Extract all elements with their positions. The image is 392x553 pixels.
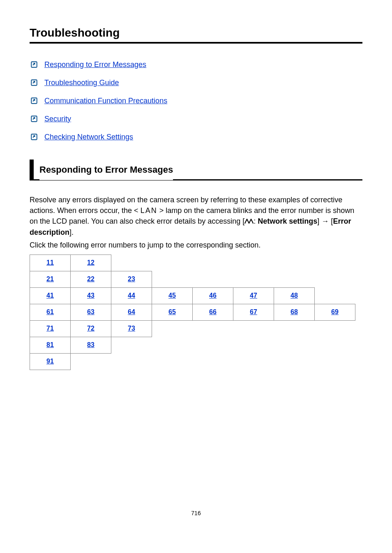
table-row: 41434445464748 bbox=[30, 287, 355, 304]
external-link-icon bbox=[30, 78, 39, 87]
toc-item: Communication Function Precautions bbox=[30, 96, 362, 105]
toc-item: Checking Network Settings bbox=[30, 132, 362, 141]
error-cell bbox=[193, 271, 233, 287]
error-cell: 66 bbox=[193, 304, 233, 320]
network-menu-icon bbox=[244, 216, 254, 227]
error-cell bbox=[152, 255, 193, 271]
error-cell bbox=[274, 255, 315, 271]
error-link[interactable]: 11 bbox=[46, 259, 54, 266]
error-link[interactable]: 43 bbox=[87, 292, 95, 299]
menu-path-network-settings: Network settings bbox=[258, 217, 317, 225]
error-cell: 61 bbox=[30, 304, 71, 320]
section-paragraph-2: Click the following error numbers to jum… bbox=[30, 240, 362, 250]
error-cell: 71 bbox=[30, 320, 71, 337]
error-cell bbox=[152, 271, 193, 287]
error-cell: 21 bbox=[30, 271, 71, 287]
error-link[interactable]: 83 bbox=[87, 341, 95, 348]
error-cell bbox=[233, 271, 274, 287]
error-link[interactable]: 69 bbox=[331, 308, 339, 315]
error-link[interactable]: 68 bbox=[291, 308, 298, 315]
error-link[interactable]: 41 bbox=[46, 292, 54, 299]
section-heading-bar bbox=[30, 160, 34, 180]
error-cell bbox=[315, 287, 355, 304]
error-link[interactable]: 45 bbox=[168, 292, 176, 299]
error-cell: 41 bbox=[30, 287, 71, 304]
error-cell bbox=[274, 337, 315, 353]
error-link[interactable]: 12 bbox=[87, 259, 95, 266]
external-link-icon bbox=[30, 114, 39, 123]
error-link[interactable]: 47 bbox=[250, 292, 257, 299]
toc-item: Troubleshooting Guide bbox=[30, 78, 362, 87]
error-link[interactable]: 81 bbox=[46, 341, 54, 348]
table-row: 1112 bbox=[30, 255, 355, 271]
error-cell bbox=[111, 353, 152, 370]
error-link[interactable]: 46 bbox=[209, 292, 217, 299]
error-link[interactable]: 67 bbox=[250, 308, 257, 315]
error-cell: 73 bbox=[111, 320, 152, 337]
error-cell: 48 bbox=[274, 287, 315, 304]
error-cell bbox=[233, 337, 274, 353]
toc-link-list: Responding to Error Messages Troubleshoo… bbox=[30, 60, 362, 141]
error-cell bbox=[152, 337, 193, 353]
table-row: 91 bbox=[30, 353, 355, 370]
error-link[interactable]: 22 bbox=[87, 275, 95, 282]
error-cell: 11 bbox=[30, 255, 71, 271]
page-title-block: Troubleshooting bbox=[30, 26, 362, 44]
error-cell bbox=[315, 271, 355, 287]
table-row: 6163646566676869 bbox=[30, 304, 355, 320]
svg-rect-3 bbox=[31, 116, 37, 122]
error-cell bbox=[233, 320, 274, 337]
svg-rect-2 bbox=[31, 98, 37, 104]
error-link[interactable]: 44 bbox=[128, 292, 135, 299]
error-cell bbox=[193, 353, 233, 370]
error-cell bbox=[193, 337, 233, 353]
error-link[interactable]: 73 bbox=[128, 325, 135, 332]
error-link[interactable]: 91 bbox=[46, 358, 54, 365]
error-link[interactable]: 66 bbox=[209, 308, 217, 315]
toc-item: Responding to Error Messages bbox=[30, 60, 362, 69]
error-cell: 83 bbox=[71, 337, 111, 353]
toc-link-checking-network-settings[interactable]: Checking Network Settings bbox=[44, 133, 133, 141]
section-heading: Responding to Error Messages bbox=[39, 160, 173, 180]
error-cell bbox=[274, 320, 315, 337]
error-link[interactable]: 48 bbox=[291, 292, 298, 299]
error-cell: 22 bbox=[71, 271, 111, 287]
error-link[interactable]: 64 bbox=[128, 308, 135, 315]
error-cell bbox=[315, 255, 355, 271]
error-cell bbox=[193, 255, 233, 271]
error-cell bbox=[274, 271, 315, 287]
error-cell: 81 bbox=[30, 337, 71, 353]
toc-item: Security bbox=[30, 114, 362, 123]
para-text: ]. bbox=[69, 228, 74, 236]
toc-link-communication-precautions[interactable]: Communication Function Precautions bbox=[44, 97, 167, 105]
toc-link-responding-to-errors[interactable]: Responding to Error Messages bbox=[44, 60, 146, 69]
error-cell: 46 bbox=[193, 287, 233, 304]
error-cell: 47 bbox=[233, 287, 274, 304]
error-cell: 43 bbox=[71, 287, 111, 304]
table-row: 717273 bbox=[30, 320, 355, 337]
svg-rect-0 bbox=[31, 62, 37, 67]
error-link[interactable]: 61 bbox=[46, 308, 54, 315]
error-cell bbox=[152, 320, 193, 337]
toc-link-security[interactable]: Security bbox=[44, 115, 71, 123]
error-link[interactable]: 71 bbox=[46, 325, 54, 332]
error-cell: 68 bbox=[274, 304, 315, 320]
error-cell bbox=[315, 353, 355, 370]
para-text: : bbox=[254, 217, 258, 225]
error-link[interactable]: 23 bbox=[128, 275, 135, 282]
error-link[interactable]: 72 bbox=[87, 325, 95, 332]
error-cell: 63 bbox=[71, 304, 111, 320]
error-cell bbox=[193, 320, 233, 337]
error-cell bbox=[152, 353, 193, 370]
error-cell: 72 bbox=[71, 320, 111, 337]
error-link[interactable]: 21 bbox=[46, 275, 54, 282]
error-cell: 23 bbox=[111, 271, 152, 287]
svg-rect-1 bbox=[31, 80, 37, 86]
error-link[interactable]: 65 bbox=[168, 308, 176, 315]
error-cell bbox=[233, 255, 274, 271]
toc-link-troubleshooting-guide[interactable]: Troubleshooting Guide bbox=[44, 79, 119, 87]
error-cell: 65 bbox=[152, 304, 193, 320]
error-cell bbox=[71, 353, 111, 370]
page-title: Troubleshooting bbox=[30, 26, 120, 39]
error-link[interactable]: 63 bbox=[87, 308, 95, 315]
